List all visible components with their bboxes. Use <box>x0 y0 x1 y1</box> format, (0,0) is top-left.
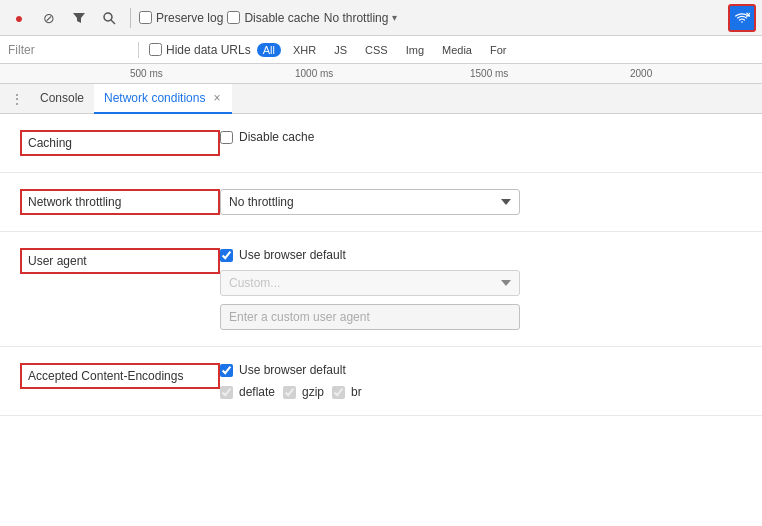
throttle-value: No throttling <box>324 11 389 25</box>
main-content: Caching Disable cache Network throttling… <box>0 114 762 526</box>
encodings-deflate-text: deflate <box>239 385 275 399</box>
disable-cache-checkbox[interactable] <box>227 11 240 24</box>
caching-label: Caching <box>20 130 220 156</box>
separator-1 <box>130 8 131 28</box>
svg-line-1 <box>111 20 115 24</box>
encodings-deflate-group[interactable]: deflate <box>220 385 275 399</box>
network-throttling-section: Network throttling No throttling Fast 3G… <box>0 173 762 232</box>
caching-disable-cache-checkbox[interactable] <box>220 131 233 144</box>
user-agent-default-text: Use browser default <box>239 248 346 262</box>
encodings-row-1: Use browser default <box>220 363 742 377</box>
filter-icon <box>72 11 86 25</box>
network-conditions-icon-box[interactable] <box>728 4 756 32</box>
filter-input[interactable] <box>8 43 128 57</box>
encodings-br-checkbox[interactable] <box>332 386 345 399</box>
encodings-row-2: deflate gzip br <box>220 385 742 399</box>
encodings-default-group[interactable]: Use browser default <box>220 363 346 377</box>
user-agent-custom-input[interactable] <box>220 304 520 330</box>
tab-network-conditions-label: Network conditions <box>104 91 205 105</box>
disable-cache-label: Disable cache <box>244 11 319 25</box>
timeline-tick-1: 500 ms <box>130 68 163 79</box>
accepted-content-encodings-content: Use browser default deflate gzip br <box>220 363 742 399</box>
encodings-default-text: Use browser default <box>239 363 346 377</box>
user-agent-row-3 <box>220 304 742 330</box>
hide-data-urls-checkbox[interactable] <box>149 43 162 56</box>
resource-type-xhr[interactable]: XHR <box>287 43 322 57</box>
network-wifi-icon <box>734 11 750 25</box>
caching-disable-cache-text: Disable cache <box>239 130 314 144</box>
network-throttling-row: No throttling Fast 3G Slow 3G Offline Cu… <box>220 189 742 215</box>
user-agent-default-checkbox[interactable] <box>220 249 233 262</box>
disable-cache-label-group[interactable]: Disable cache <box>220 130 314 144</box>
user-agent-row-2: Custom... <box>220 270 742 296</box>
tab-network-conditions-close[interactable]: × <box>211 91 222 105</box>
user-agent-content: Use browser default Custom... <box>220 248 742 330</box>
timeline-tick-4: 2000 <box>630 68 652 79</box>
search-icon <box>102 11 116 25</box>
filter-bar-separator <box>138 42 139 58</box>
accepted-content-encodings-label: Accepted Content-Encodings <box>20 363 220 389</box>
encodings-default-checkbox[interactable] <box>220 364 233 377</box>
resource-type-for[interactable]: For <box>484 43 513 57</box>
network-throttling-label: Network throttling <box>20 189 220 215</box>
network-throttling-select[interactable]: No throttling Fast 3G Slow 3G Offline Cu… <box>220 189 520 215</box>
resource-type-js[interactable]: JS <box>328 43 353 57</box>
caching-row: Disable cache <box>220 130 742 144</box>
encodings-gzip-group[interactable]: gzip <box>283 385 324 399</box>
svg-point-0 <box>104 13 112 21</box>
resource-type-media[interactable]: Media <box>436 43 478 57</box>
hide-data-urls-group[interactable]: Hide data URLs <box>149 43 251 57</box>
hide-data-urls-label: Hide data URLs <box>166 43 251 57</box>
caching-content: Disable cache <box>220 130 742 144</box>
filter-button[interactable] <box>66 5 92 31</box>
stop-button[interactable]: ⊘ <box>36 5 62 31</box>
timeline-tick-3: 1500 ms <box>470 68 508 79</box>
resource-type-all[interactable]: All <box>257 43 281 57</box>
tab-network-conditions[interactable]: Network conditions × <box>94 84 232 114</box>
disable-cache-group[interactable]: Disable cache <box>227 11 319 25</box>
user-agent-custom-select[interactable]: Custom... <box>220 270 520 296</box>
record-button[interactable]: ● <box>6 5 32 31</box>
accepted-content-encodings-section: Accepted Content-Encodings Use browser d… <box>0 347 762 416</box>
tab-console[interactable]: Console <box>30 84 94 114</box>
resource-type-img[interactable]: Img <box>400 43 430 57</box>
toolbar: ● ⊘ Preserve log Disable cache No thrott… <box>0 0 762 36</box>
user-agent-default-group[interactable]: Use browser default <box>220 248 346 262</box>
user-agent-row-1: Use browser default <box>220 248 742 262</box>
preserve-log-label: Preserve log <box>156 11 223 25</box>
tab-console-label: Console <box>40 91 84 105</box>
resource-type-css[interactable]: CSS <box>359 43 394 57</box>
preserve-log-checkbox[interactable] <box>139 11 152 24</box>
filter-bar: Hide data URLs All XHR JS CSS Img Media … <box>0 36 762 64</box>
throttle-wrapper: No throttling ▾ <box>324 11 398 25</box>
encodings-br-text: br <box>351 385 362 399</box>
user-agent-section: User agent Use browser default Custom... <box>0 232 762 347</box>
tab-bar: ⋮ Console Network conditions × <box>0 84 762 114</box>
encodings-deflate-checkbox[interactable] <box>220 386 233 399</box>
search-button[interactable] <box>96 5 122 31</box>
encodings-gzip-text: gzip <box>302 385 324 399</box>
encodings-br-group[interactable]: br <box>332 385 362 399</box>
preserve-log-group[interactable]: Preserve log <box>139 11 223 25</box>
user-agent-label: User agent <box>20 248 220 274</box>
network-throttling-content: No throttling Fast 3G Slow 3G Offline Cu… <box>220 189 742 215</box>
timeline-tick-2: 1000 ms <box>295 68 333 79</box>
encodings-gzip-checkbox[interactable] <box>283 386 296 399</box>
tab-drag-handle[interactable]: ⋮ <box>4 91 30 107</box>
timeline-bar: 500 ms 1000 ms 1500 ms 2000 <box>0 64 762 84</box>
caching-section: Caching Disable cache <box>0 114 762 173</box>
throttle-dropdown-arrow[interactable]: ▾ <box>392 12 397 23</box>
